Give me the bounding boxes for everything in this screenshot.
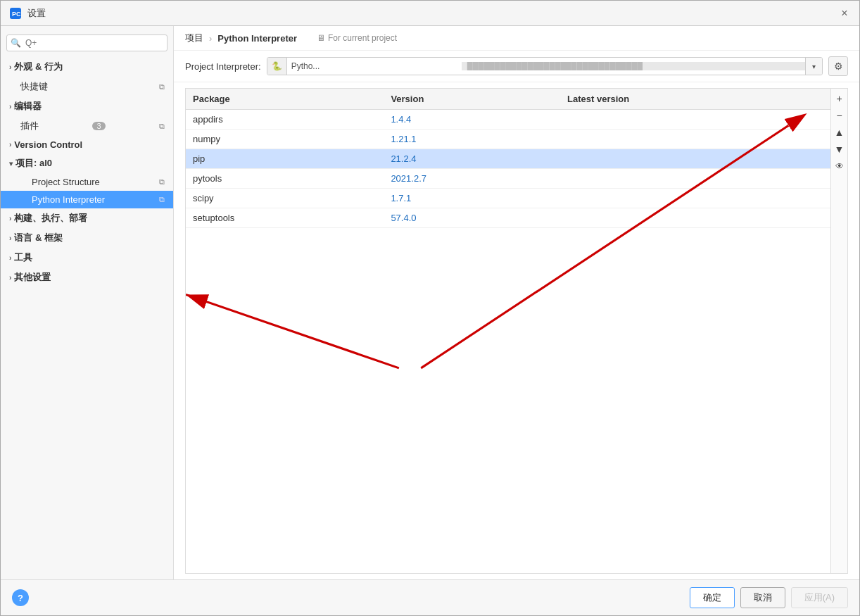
arrow-icon: › [9,103,11,111]
sidebar-item-other-settings[interactable]: › 其他设置 [1,268,173,287]
sidebar-item-python-interpreter[interactable]: Python Interpreter⧉ [1,191,173,208]
sidebar-item-version-control[interactable]: › Version Control [1,136,173,153]
table-row[interactable]: pytools2021.2.7 [186,169,830,189]
sidebar-item-project-al0[interactable]: ▾ 项目: al0 [1,153,173,173]
table-row[interactable]: numpy1.21.1 [186,130,830,149]
apply-button[interactable]: 应用(A) [791,587,848,608]
sidebar-item-project-structure[interactable]: Project Structure⧉ [1,173,173,191]
sidebar-item-keymap[interactable]: 快捷键⧉ [1,77,173,96]
eye-btn[interactable]: 👁 [832,158,847,174]
package-version: 2021.2.7 [384,169,560,189]
arrow-icon: › [9,254,11,262]
package-area: Package Version Latest version appdirs1.… [185,88,848,574]
sidebar-item-label: Python Interpreter [32,194,105,205]
interpreter-select[interactable]: 🐍 Pytho... █████████████████████████████… [267,57,823,75]
interpreter-settings-btn[interactable]: ⚙ [828,56,848,76]
package-latest [560,169,830,189]
remove-package-btn[interactable]: − [832,108,847,123]
table-wrap: Package Version Latest version appdirs1.… [186,89,830,573]
interpreter-name: Pytho... [287,61,462,71]
package-latest [560,110,830,130]
sidebar-item-label: 语言 & 框架 [14,232,63,244]
arrow-icon: ▾ [9,160,13,168]
sidebar-item-label: Project Structure [32,177,100,187]
package-version: 1.4.4 [384,110,560,130]
sidebar-item-label: 其他设置 [14,271,51,284]
table-row[interactable]: pip21.2.4 [186,149,830,169]
cancel-button[interactable]: 取消 [740,587,785,608]
col-package: Package [186,89,384,110]
col-version: Version [384,89,560,110]
sidebar-item-label: 项目: al0 [15,157,52,170]
copy-icon-python-interpreter: ⧉ [159,195,165,204]
sidebar-item-label: 插件 [20,120,39,132]
sidebar-item-build-exec[interactable]: › 构建、执行、部署 [1,208,173,228]
python-icon: 🐍 [267,58,287,75]
bottom-bar: ? 确定 取消 应用(A) [1,579,859,615]
package-name: pytools [186,169,384,189]
window-title: 设置 [27,7,46,20]
arrow-icon: › [9,141,11,149]
sidebar-item-label: 构建、执行、部署 [14,212,87,225]
svg-text:PC: PC [12,11,21,18]
table-header-row: Package Version Latest version [186,89,830,110]
table-row[interactable]: appdirs1.4.4 [186,110,830,130]
interpreter-path: ████████████████████████████████ [462,62,805,70]
package-version: 1.7.1 [384,189,560,208]
sidebar: 🔍 › 外观 & 行为快捷键⧉› 编辑器插件3⧉› Version Contro… [1,26,174,579]
table-actions: + − ▲ ▼ 👁 [830,89,847,573]
arrow-icon: › [9,274,11,282]
settings-dialog: PC 设置 × 🔍 › 外观 & 行为快捷键⧉› 编辑器插件3⧉› Versio… [0,0,860,616]
search-icon: 🔍 [11,38,21,48]
breadcrumb-current: Python Interpreter [217,33,297,44]
breadcrumb: 项目 › Python Interpreter 🖥 For current pr… [174,26,859,51]
search-input[interactable] [6,34,167,51]
add-package-btn[interactable]: + [832,91,847,106]
main-content: 项目 › Python Interpreter 🖥 For current pr… [174,26,859,579]
packages-table: Package Version Latest version appdirs1.… [186,89,830,228]
arrow-icon: › [9,234,11,242]
for-project-label: For current project [328,33,397,43]
close-button[interactable]: × [838,7,851,20]
interpreter-dropdown-btn[interactable]: ▾ [805,58,822,75]
sidebar-items-container: › 外观 & 行为快捷键⧉› 编辑器插件3⧉› Version Control▾… [1,57,173,287]
package-name: scipy [186,189,384,208]
copy-icon-keymap: ⧉ [159,82,165,92]
sidebar-item-lang-framework[interactable]: › 语言 & 框架 [1,228,173,248]
package-name: appdirs [186,110,384,130]
monitor-icon: 🖥 [317,33,325,43]
title-bar: PC 设置 × [1,1,859,26]
package-version: 21.2.4 [384,149,560,169]
title-bar-left: PC 设置 [9,7,46,20]
table-row[interactable]: setuptools57.4.0 [186,208,830,228]
sidebar-item-plugins[interactable]: 插件3⧉ [1,116,173,136]
sidebar-item-label: 编辑器 [14,100,42,113]
package-latest [560,130,830,149]
packages-tbody: appdirs1.4.4numpy1.21.1pip21.2.4pytools2… [186,110,830,228]
scroll-down-btn[interactable]: ▼ [832,142,847,157]
table-row[interactable]: scipy1.7.1 [186,189,830,208]
sidebar-item-editor[interactable]: › 编辑器 [1,96,173,116]
sidebar-item-label: 工具 [14,251,32,264]
bottom-left: ? [12,589,29,606]
package-version: 57.4.0 [384,208,560,228]
app-icon: PC [9,7,22,20]
col-latest: Latest version [560,89,830,110]
breadcrumb-separator: › [209,33,212,44]
ok-button[interactable]: 确定 [690,587,735,608]
interpreter-label: Project Interpreter: [185,61,261,72]
sidebar-item-appearance[interactable]: › 外观 & 行为 [1,57,173,77]
sidebar-item-label: Version Control [14,139,82,150]
sidebar-item-tools[interactable]: › 工具 [1,248,173,268]
package-name: numpy [186,130,384,149]
help-button[interactable]: ? [12,589,29,606]
package-latest [560,149,830,169]
package-name: pip [186,149,384,169]
sidebar-item-label: 快捷键 [20,80,48,93]
scroll-up-btn[interactable]: ▲ [832,125,847,140]
breadcrumb-parent: 项目 [185,32,203,44]
snake-icon: 🐍 [272,61,282,71]
sidebar-item-label: 外观 & 行为 [14,61,63,73]
copy-icon-project-structure: ⧉ [159,177,165,187]
copy-icon-plugins: ⧉ [159,122,165,131]
